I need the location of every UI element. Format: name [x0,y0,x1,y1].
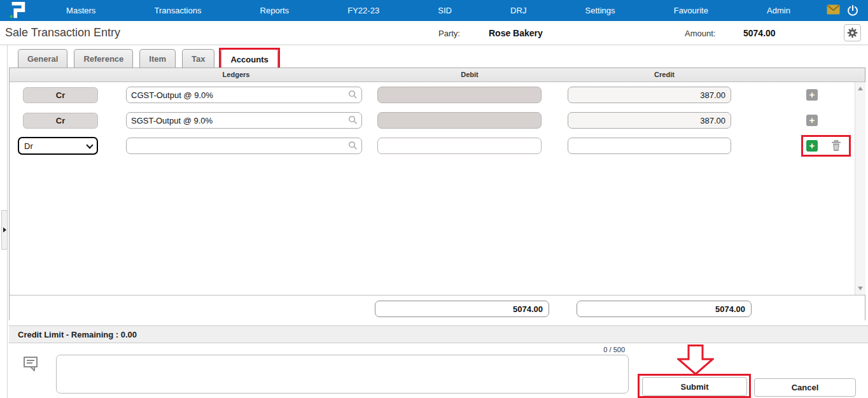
nav-item-transactions[interactable]: Transactions [154,6,201,15]
account-row-new: Dr [10,137,865,155]
entry-type-select[interactable]: Dr [18,137,98,155]
nav-item-fy22-23[interactable]: FY22-23 [347,6,379,15]
column-header-credit: Credit [654,71,675,78]
column-header-debit: Debit [461,71,479,78]
nav-item-masters[interactable]: Masters [66,6,95,15]
app-logo-icon[interactable] [8,1,27,20]
app-window: Masters Transactions Reports FY22-23 SID… [0,0,868,398]
ledger-input[interactable] [126,138,362,154]
tab-accounts-label: Accounts [230,55,268,64]
ledger-input[interactable] [126,112,362,129]
account-row: Cr [10,111,865,129]
tab-reference[interactable]: Reference [74,49,133,68]
settings-gear-button[interactable] [844,24,861,41]
vertical-scrollbar[interactable] [855,82,865,295]
credit-limit-bar: Credit Limit - Remaining : 0.00 [9,325,868,343]
tab-strip: General Reference Item Tax Accounts [18,49,278,68]
party-label: Party: [438,29,460,38]
tab-item[interactable]: Item [139,49,176,68]
comment-textarea[interactable] [56,355,629,394]
debit-input [377,87,542,103]
nav-menu: Masters Transactions Reports FY22-23 SID… [37,0,820,21]
table-header: Ledgers Debit Credit [10,68,865,82]
nav-item-admin[interactable]: Admin [767,6,790,15]
credit-input[interactable] [568,87,731,103]
column-header-ledgers: Ledgers [223,71,250,78]
trash-icon [831,140,841,152]
scroll-down-icon[interactable] [858,287,863,290]
scroll-up-icon[interactable] [858,87,863,90]
party-value: Rose Bakery [489,28,543,38]
power-icon[interactable] [846,4,859,17]
nav-item-drj[interactable]: DRJ [510,6,526,15]
submit-button[interactable]: Submit [642,377,747,396]
cancel-button[interactable]: Cancel [754,378,856,397]
credit-input[interactable] [568,138,731,154]
debit-input [377,112,542,129]
debit-total [375,301,549,317]
page-header: Sale Transaction Entry Party: Rose Baker… [0,21,868,45]
amount-value: 5074.00 [743,28,776,38]
nav-item-sid[interactable]: SID [438,6,452,15]
credit-total [577,301,752,317]
entry-type-button[interactable]: Cr [23,87,98,103]
mail-icon[interactable] [827,4,840,15]
delete-row-button[interactable] [830,140,842,152]
credit-input[interactable] [568,112,731,129]
add-row-icon[interactable] [806,89,818,101]
page-title: Sale Transaction Entry [5,26,120,39]
chevron-right-icon [3,227,6,232]
add-row-icon[interactable] [806,140,818,152]
accounts-panel: Ledgers Debit Credit Cr [9,68,865,320]
char-counter: 0 / 500 [56,346,625,353]
gear-icon [846,27,858,39]
tab-accounts[interactable]: Accounts [221,49,277,69]
nav-item-reports[interactable]: Reports [260,6,290,15]
top-nav: Masters Transactions Reports FY22-23 SID… [0,0,868,21]
credit-limit-text: Credit Limit - Remaining : 0.00 [18,330,137,339]
annotation-arrow-submit [677,345,714,375]
account-row: Cr [10,86,865,104]
ledger-input[interactable] [126,87,362,103]
nav-item-settings[interactable]: Settings [585,6,615,15]
add-row-icon[interactable] [806,115,818,126]
debit-input[interactable] [377,138,542,154]
comment-icon [22,355,39,373]
amount-label: Amount: [685,29,715,38]
sidebar-expand-handle[interactable] [1,210,8,250]
tab-general[interactable]: General [18,49,67,68]
accounts-scroll-area: Cr Cr [10,82,865,295]
tab-tax[interactable]: Tax [182,49,214,68]
nav-item-favourite[interactable]: Favourite [674,6,708,15]
entry-type-button[interactable]: Cr [23,113,98,129]
totals-row [10,295,865,320]
